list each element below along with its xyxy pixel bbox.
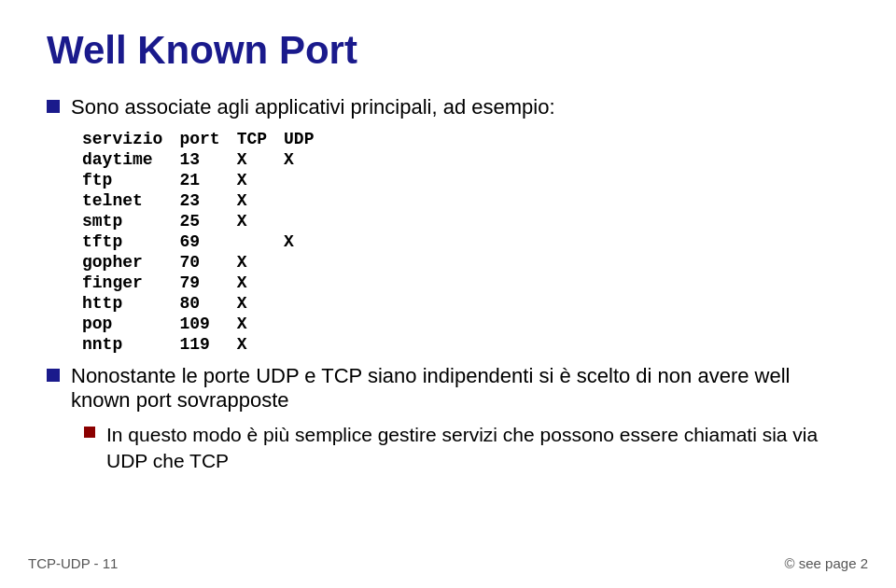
table-row: pop109X <box>82 314 330 334</box>
bullet-square-2 <box>47 369 60 382</box>
table-cell-6-0: finger <box>82 273 179 293</box>
table-cell-7-2: X <box>237 293 284 314</box>
table-cell-9-2: X <box>237 334 284 355</box>
table-cell-1-3 <box>284 170 330 190</box>
table-cell-4-3: X <box>284 231 330 252</box>
footer-left: TCP-UDP - 11 <box>28 555 118 571</box>
table-cell-5-2: X <box>237 252 284 273</box>
table-cell-9-0: nntp <box>82 334 179 355</box>
footer: TCP-UDP - 11 © see page 2 <box>0 555 896 571</box>
table-cell-5-3 <box>284 252 330 273</box>
col-header-service: servizio <box>82 129 179 149</box>
table-row: smtp25X <box>82 211 330 231</box>
table-cell-2-2: X <box>237 190 284 211</box>
sub-bullet-text: In questo modo è più semplice gestire se… <box>106 422 849 475</box>
table-row: telnet23X <box>82 190 330 211</box>
table-cell-9-3 <box>284 334 330 355</box>
table-cell-8-1: 109 <box>179 314 236 334</box>
table-row: ftp21X <box>82 170 330 190</box>
table-cell-0-2: X <box>237 149 284 170</box>
bullet-1-text: Sono associate agli applicativi principa… <box>71 95 555 119</box>
bullet-2-text: Nonostante le porte UDP e TCP siano indi… <box>71 364 849 413</box>
table-cell-0-0: daytime <box>82 149 179 170</box>
table-cell-0-1: 13 <box>179 149 236 170</box>
footer-right: © see page 2 <box>785 555 868 571</box>
table-cell-6-2: X <box>237 273 284 293</box>
table-cell-8-3 <box>284 314 330 334</box>
service-table-wrapper: servizio port TCP UDP daytime13XXftp21Xt… <box>82 129 849 355</box>
table-row: daytime13XX <box>82 149 330 170</box>
table-cell-5-1: 70 <box>179 252 236 273</box>
table-cell-4-2 <box>237 231 284 252</box>
table-body: daytime13XXftp21Xtelnet23Xsmtp25Xtftp69X… <box>82 149 330 355</box>
table-header-row: servizio port TCP UDP <box>82 129 330 149</box>
table-cell-6-3 <box>284 273 330 293</box>
table-row: tftp69X <box>82 231 330 252</box>
bullet-square-1 <box>47 100 60 113</box>
sub-bullet-1: In questo modo è più semplice gestire se… <box>84 422 849 475</box>
table-cell-2-1: 23 <box>179 190 236 211</box>
col-header-udp: UDP <box>284 129 330 149</box>
table-cell-1-1: 21 <box>179 170 236 190</box>
table-cell-0-3: X <box>284 149 330 170</box>
table-cell-7-0: http <box>82 293 179 314</box>
slide-container: Well Known Port Sono associate agli appl… <box>0 0 896 588</box>
table-cell-2-0: telnet <box>82 190 179 211</box>
table-cell-7-1: 80 <box>179 293 236 314</box>
bullet-1: Sono associate agli applicativi principa… <box>47 95 849 119</box>
table-cell-8-0: pop <box>82 314 179 334</box>
table-row: http80X <box>82 293 330 314</box>
table-cell-4-1: 69 <box>179 231 236 252</box>
service-table: servizio port TCP UDP daytime13XXftp21Xt… <box>82 129 330 355</box>
col-header-port: port <box>179 129 236 149</box>
table-cell-6-1: 79 <box>179 273 236 293</box>
table-cell-3-1: 25 <box>179 211 236 231</box>
table-cell-5-0: gopher <box>82 252 179 273</box>
bullet-2: Nonostante le porte UDP e TCP siano indi… <box>47 364 849 413</box>
table-cell-7-3 <box>284 293 330 314</box>
sub-bullet-square <box>84 427 95 438</box>
slide-title: Well Known Port <box>47 28 849 73</box>
table-cell-8-2: X <box>237 314 284 334</box>
table-cell-3-0: smtp <box>82 211 179 231</box>
table-row: nntp119X <box>82 334 330 355</box>
table-cell-3-2: X <box>237 211 284 231</box>
col-header-tcp: TCP <box>237 129 284 149</box>
table-cell-3-3 <box>284 211 330 231</box>
table-row: finger79X <box>82 273 330 293</box>
table-cell-9-1: 119 <box>179 334 236 355</box>
table-cell-1-2: X <box>237 170 284 190</box>
table-cell-4-0: tftp <box>82 231 179 252</box>
table-cell-2-3 <box>284 190 330 211</box>
table-row: gopher70X <box>82 252 330 273</box>
table-cell-1-0: ftp <box>82 170 179 190</box>
